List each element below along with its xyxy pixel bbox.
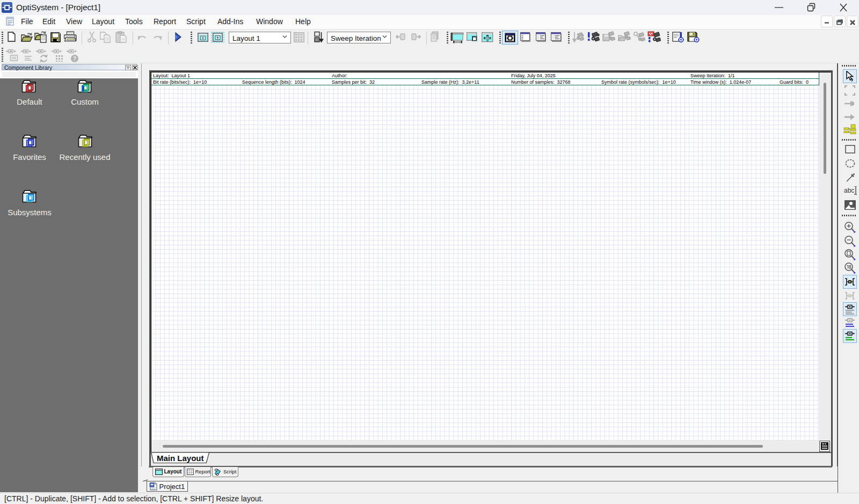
svg-text:?: ? — [73, 56, 76, 62]
